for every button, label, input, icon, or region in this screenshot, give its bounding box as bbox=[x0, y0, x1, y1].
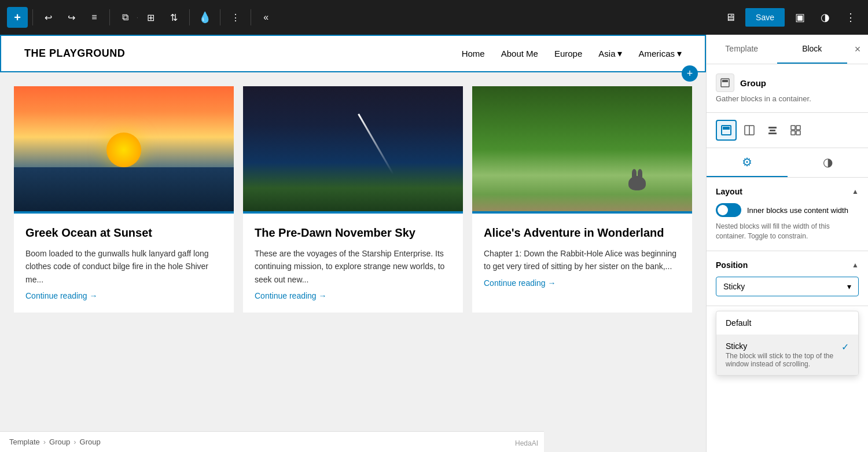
posts-grid: Greek Ocean at Sunset Boom loaded to the… bbox=[0, 72, 706, 326]
breadcrumb-group-2[interactable]: Group bbox=[80, 438, 101, 446]
breadcrumb-group-1[interactable]: Group bbox=[49, 438, 70, 446]
site-header[interactable]: THE PLAYGROUND Home About Me Europe Asia… bbox=[0, 35, 706, 72]
post-card-2: The Pre-Dawn November Sky These are the … bbox=[243, 86, 463, 313]
svg-rect-11 bbox=[791, 131, 795, 135]
panel-close-button[interactable]: × bbox=[847, 39, 868, 60]
nav-europe[interactable]: Europe bbox=[554, 49, 582, 58]
panel-header: Template Block × bbox=[707, 35, 868, 64]
block-editor-button[interactable]: ▣ bbox=[789, 7, 810, 28]
toggle-track[interactable] bbox=[716, 203, 741, 217]
grid-button[interactable] bbox=[785, 120, 806, 141]
canvas-area: THE PLAYGROUND Home About Me Europe Asia… bbox=[0, 35, 706, 452]
collapse-button[interactable]: « bbox=[256, 7, 277, 28]
svg-rect-1 bbox=[722, 80, 728, 82]
continue-reading-3[interactable]: Continue reading → bbox=[484, 278, 556, 288]
post-title-3: Alice's Adventure in Wonderland bbox=[484, 225, 681, 240]
dropdown-arrow-icon: ▾ bbox=[847, 282, 851, 291]
continue-reading-1[interactable]: Continue reading → bbox=[25, 291, 98, 300]
nav-americas[interactable]: Americas bbox=[638, 49, 675, 58]
post-card-3: Alice's Adventure in Wonderland Chapter … bbox=[472, 86, 692, 313]
redo-button[interactable]: ↪ bbox=[61, 7, 82, 28]
group-style-button[interactable] bbox=[716, 120, 737, 141]
add-block-canvas-button[interactable]: + bbox=[682, 65, 698, 82]
toggle-note: Nested blocks will fill the width of thi… bbox=[716, 222, 859, 241]
site-nav: Home About Me Europe Asia ▾ Americas ▾ bbox=[462, 48, 682, 59]
svg-rect-3 bbox=[723, 127, 730, 130]
breadcrumb: Template › Group › Group bbox=[0, 431, 544, 452]
toggle-thumb bbox=[718, 205, 728, 215]
block-tab[interactable]: Block bbox=[777, 35, 848, 64]
block-name-row: Group bbox=[716, 74, 859, 92]
breadcrumb-template[interactable]: Template bbox=[9, 438, 40, 446]
undo-button[interactable]: ↩ bbox=[38, 7, 58, 28]
image-indicator-1 bbox=[14, 211, 234, 214]
option-default-label: Default bbox=[726, 318, 849, 328]
right-panel: Template Block × Group Gather blocks in … bbox=[706, 35, 868, 452]
position-dropdown[interactable]: Sticky ▾ bbox=[716, 277, 859, 296]
toolbar-right: 🖥 Save ▣ ◑ ⋮ bbox=[720, 7, 861, 28]
layout-chevron-icon: ▲ bbox=[852, 188, 859, 196]
post-card-1: Greek Ocean at Sunset Boom loaded to the… bbox=[14, 86, 234, 313]
nav-about[interactable]: About Me bbox=[501, 49, 538, 58]
add-block-button[interactable]: + bbox=[7, 7, 28, 28]
post-excerpt-3: Chapter 1: Down the Rabbit-Hole Alice wa… bbox=[484, 247, 681, 273]
image-indicator-2 bbox=[243, 211, 463, 214]
more-options-button[interactable]: ⋮ bbox=[225, 7, 246, 28]
svg-rect-8 bbox=[768, 133, 777, 134]
main-layout: THE PLAYGROUND Home About Me Europe Asia… bbox=[0, 35, 868, 452]
position-option-default[interactable]: Default bbox=[716, 311, 858, 335]
settings-more-button[interactable]: ⋮ bbox=[840, 7, 861, 28]
block-icon bbox=[716, 74, 734, 92]
continue-reading-2[interactable]: Continue reading → bbox=[255, 291, 327, 300]
position-dropdown-popup: Default ✓ Sticky The block will stick to… bbox=[716, 311, 859, 376]
position-section-header[interactable]: Position ▲ bbox=[716, 260, 859, 270]
align-button[interactable] bbox=[762, 120, 783, 141]
move-button[interactable]: ⇅ bbox=[164, 7, 185, 28]
layout-section-header[interactable]: Layout ▲ bbox=[716, 187, 859, 196]
toggle-row: Inner blocks use content width bbox=[716, 203, 859, 217]
site-canvas: THE PLAYGROUND Home About Me Europe Asia… bbox=[0, 35, 706, 326]
nav-asia[interactable]: Asia bbox=[598, 49, 615, 58]
divider-2 bbox=[109, 9, 110, 25]
option-sticky-label: Sticky bbox=[726, 341, 849, 351]
svg-rect-10 bbox=[796, 126, 800, 130]
layout-button[interactable] bbox=[739, 120, 760, 141]
layout-section: Layout ▲ Inner blocks use content width … bbox=[707, 178, 868, 251]
drop-icon-button[interactable]: 💧 bbox=[194, 7, 215, 28]
position-value: Sticky bbox=[723, 282, 745, 291]
settings-tab[interactable]: ⚙ bbox=[707, 148, 788, 177]
divider-5 bbox=[251, 9, 251, 25]
svg-rect-7 bbox=[770, 130, 775, 131]
desktop-view-button[interactable]: 🖥 bbox=[720, 7, 741, 28]
breadcrumb-sep-2: › bbox=[73, 438, 76, 446]
image-indicator-3 bbox=[472, 211, 692, 214]
block-title: Group bbox=[740, 78, 766, 88]
template-tab[interactable]: Template bbox=[707, 35, 777, 64]
content-width-toggle[interactable] bbox=[716, 203, 741, 217]
divider-3 bbox=[189, 9, 190, 25]
water-element bbox=[14, 167, 234, 214]
hedaa-credit: HedaAI bbox=[515, 439, 538, 447]
position-option-sticky[interactable]: ✓ Sticky The block will stick to the top… bbox=[716, 335, 858, 375]
list-view-button[interactable]: ≡ bbox=[84, 7, 105, 28]
save-button[interactable]: Save bbox=[745, 8, 785, 27]
post-image-sky bbox=[243, 86, 463, 214]
style-tab[interactable]: ◑ bbox=[788, 148, 869, 177]
post-excerpt-2: These are the voyages of the Starship En… bbox=[255, 247, 451, 286]
post-content-3: Alice's Adventure in Wonderland Chapter … bbox=[472, 214, 692, 300]
option-sticky-desc: The block will stick to the top of the w… bbox=[726, 352, 849, 368]
post-content-2: The Pre-Dawn November Sky These are the … bbox=[243, 214, 463, 313]
post-image-forest bbox=[472, 86, 692, 214]
rabbit-ear-1 bbox=[632, 169, 637, 177]
nav-asia-dropdown[interactable]: Asia ▾ bbox=[598, 48, 622, 59]
panel-inner-tabs: ⚙ ◑ bbox=[707, 148, 868, 178]
post-title-2: The Pre-Dawn November Sky bbox=[255, 225, 451, 240]
breadcrumb-sep-1: › bbox=[43, 438, 46, 446]
copy-button[interactable]: ⊞ bbox=[141, 7, 161, 28]
nav-home[interactable]: Home bbox=[462, 49, 485, 58]
rabbit-element bbox=[628, 176, 646, 190]
duplicate-button[interactable]: ⧉ bbox=[115, 7, 135, 28]
block-description: Gather blocks in a container. bbox=[716, 94, 859, 103]
nav-americas-dropdown[interactable]: Americas ▾ bbox=[638, 48, 682, 59]
contrast-button[interactable]: ◑ bbox=[815, 7, 836, 28]
